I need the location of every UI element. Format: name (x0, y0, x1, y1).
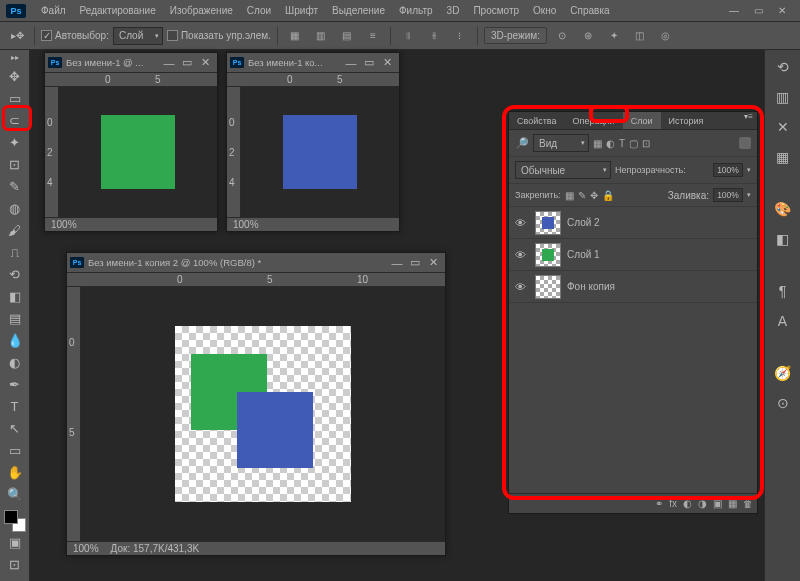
filter-pixel-icon[interactable]: ▦ (593, 138, 602, 149)
color-swatches[interactable] (4, 510, 26, 532)
menu-type[interactable]: Шрифт (278, 0, 325, 21)
filter-type-icon[interactable]: T (619, 138, 625, 149)
stamp-tool[interactable]: ⎍ (3, 242, 27, 262)
3d-icon[interactable]: ⊙ (551, 25, 573, 47)
quickmask-toggle[interactable]: ▣ (3, 532, 27, 552)
doc-maximize[interactable]: ▭ (406, 256, 424, 270)
zoom-tool[interactable]: 🔍 (3, 484, 27, 504)
distribute-icon[interactable]: ⫵ (423, 25, 445, 47)
align-icon[interactable]: ▥ (310, 25, 332, 47)
layer-row[interactable]: 👁 Слой 1 (509, 239, 757, 271)
layer-row[interactable]: 👁 Слой 2 (509, 207, 757, 239)
new-layer-icon[interactable]: ▦ (728, 498, 737, 509)
distribute-icon[interactable]: ⫴ (397, 25, 419, 47)
adjustment-icon[interactable]: ◑ (698, 498, 707, 509)
close-icon[interactable]: ✕ (769, 116, 797, 138)
styles-panel-icon[interactable]: ◧ (769, 228, 797, 250)
doc-maximize[interactable]: ▭ (360, 56, 378, 70)
window-close[interactable]: ✕ (770, 2, 794, 20)
filter-shape-icon[interactable]: ▢ (629, 138, 638, 149)
crop-tool[interactable]: ⊡ (3, 154, 27, 174)
character-panel-icon[interactable]: ¶ (769, 280, 797, 302)
layer-filter-dropdown[interactable]: Вид (533, 134, 589, 152)
shape-tool[interactable]: ▭ (3, 440, 27, 460)
menu-3d[interactable]: 3D (440, 0, 467, 21)
lock-pixels-icon[interactable]: ▦ (565, 190, 574, 201)
doc2-canvas[interactable] (283, 115, 357, 189)
doc1-canvas[interactable] (101, 115, 175, 189)
wand-tool[interactable]: ✦ (3, 132, 27, 152)
tab-layers[interactable]: Слои (623, 112, 661, 129)
info-panel-icon[interactable]: ⊙ (769, 392, 797, 414)
tab-history[interactable]: История (661, 112, 712, 129)
visibility-toggle[interactable]: 👁 (515, 249, 529, 261)
menu-image[interactable]: Изображение (163, 0, 240, 21)
layer-row[interactable]: 👁 Фон копия (509, 271, 757, 303)
distribute-icon[interactable]: ⫶ (449, 25, 471, 47)
lock-position-icon[interactable]: ✥ (590, 190, 598, 201)
autoselect-dropdown[interactable]: Слой (113, 27, 163, 45)
paragraph-panel-icon[interactable]: A (769, 310, 797, 332)
blur-tool[interactable]: 💧 (3, 330, 27, 350)
gradient-tool[interactable]: ▤ (3, 308, 27, 328)
3d-icon[interactable]: ◎ (655, 25, 677, 47)
hand-tool[interactable]: ✋ (3, 462, 27, 482)
document-window-3[interactable]: Ps Без имени-1 копия 2 @ 100% (RGB/8) * … (66, 252, 446, 556)
type-tool[interactable]: T (3, 396, 27, 416)
menu-select[interactable]: Выделение (325, 0, 392, 21)
link-layers-icon[interactable]: ⚭ (655, 498, 663, 509)
eyedropper-tool[interactable]: ✎ (3, 176, 27, 196)
panel-menu-icon[interactable]: ▾≡ (740, 112, 757, 129)
dodge-tool[interactable]: ◐ (3, 352, 27, 372)
3d-icon[interactable]: ◫ (629, 25, 651, 47)
doc-minimize[interactable]: — (342, 56, 360, 70)
menu-layers[interactable]: Слои (240, 0, 278, 21)
align-icon[interactable]: ▤ (336, 25, 358, 47)
3d-icon[interactable]: ⊛ (577, 25, 599, 47)
document-window-2[interactable]: Ps Без имени-1 ко... — ▭ ✕ 05 024 100% (226, 52, 400, 232)
layer-name[interactable]: Фон копия (567, 281, 615, 292)
mask-icon[interactable]: ◐ (683, 498, 692, 509)
document-window-1[interactable]: Ps Без имени-1 @ ... — ▭ ✕ 05 024 100% (44, 52, 218, 232)
opacity-value[interactable]: 100% (713, 163, 743, 177)
window-minimize[interactable]: — (722, 2, 746, 20)
3d-icon[interactable]: ✦ (603, 25, 625, 47)
menu-view[interactable]: Просмотр (466, 0, 526, 21)
align-icon[interactable]: ≡ (362, 25, 384, 47)
fx-icon[interactable]: fx (669, 498, 677, 509)
show-controls-checkbox[interactable]: Показать упр.элем. (167, 30, 271, 41)
color-panel-icon[interactable]: ▥ (769, 86, 797, 108)
visibility-toggle[interactable]: 👁 (515, 281, 529, 293)
lock-all-icon[interactable]: 🔒 (602, 190, 614, 201)
layer-name[interactable]: Слой 1 (567, 249, 600, 260)
eraser-tool[interactable]: ◧ (3, 286, 27, 306)
blue-layer[interactable] (237, 392, 313, 468)
menu-file[interactable]: Файл (34, 0, 73, 21)
menu-filter[interactable]: Фильтр (392, 0, 440, 21)
doc-minimize[interactable]: — (160, 56, 178, 70)
history-brush-tool[interactable]: ⟲ (3, 264, 27, 284)
visibility-toggle[interactable]: 👁 (515, 217, 529, 229)
path-select-tool[interactable]: ↖ (3, 418, 27, 438)
layer-name[interactable]: Слой 2 (567, 217, 600, 228)
pen-tool[interactable]: ✒ (3, 374, 27, 394)
doc3-canvas[interactable] (175, 326, 351, 502)
brush-tool[interactable]: 🖌 (3, 220, 27, 240)
menu-edit[interactable]: Редактирование (73, 0, 163, 21)
group-icon[interactable]: ▣ (713, 498, 722, 509)
filter-toggle[interactable] (739, 137, 751, 149)
tab-properties[interactable]: Свойства (509, 112, 565, 129)
history-panel-icon[interactable]: ⟲ (769, 56, 797, 78)
doc-close[interactable]: ✕ (424, 256, 442, 270)
move-tool[interactable]: ✥ (3, 66, 27, 86)
navigator-panel-icon[interactable]: 🧭 (769, 362, 797, 384)
healing-tool[interactable]: ◍ (3, 198, 27, 218)
filter-adjust-icon[interactable]: ◐ (606, 138, 615, 149)
doc-close[interactable]: ✕ (196, 56, 214, 70)
swatches-panel-icon[interactable]: ▦ (769, 146, 797, 168)
lock-brush-icon[interactable]: ✎ (578, 190, 586, 201)
window-maximize[interactable]: ▭ (746, 2, 770, 20)
brush-panel-icon[interactable]: 🎨 (769, 198, 797, 220)
screenmode-toggle[interactable]: ⊡ (3, 554, 27, 574)
doc-close[interactable]: ✕ (378, 56, 396, 70)
